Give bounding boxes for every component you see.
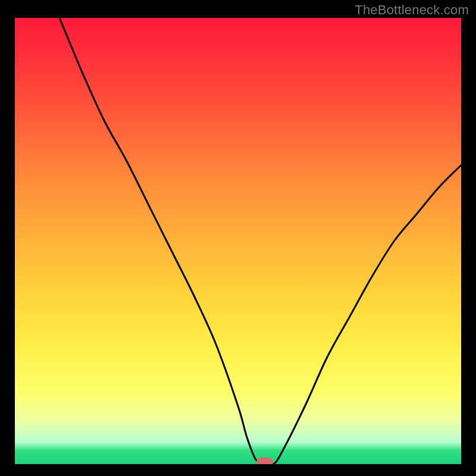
optimal-point-marker	[256, 458, 273, 464]
chart-plot-area	[15, 18, 461, 464]
watermark-text: TheBottleneck.com	[355, 2, 469, 18]
bottleneck-curve	[15, 18, 461, 464]
